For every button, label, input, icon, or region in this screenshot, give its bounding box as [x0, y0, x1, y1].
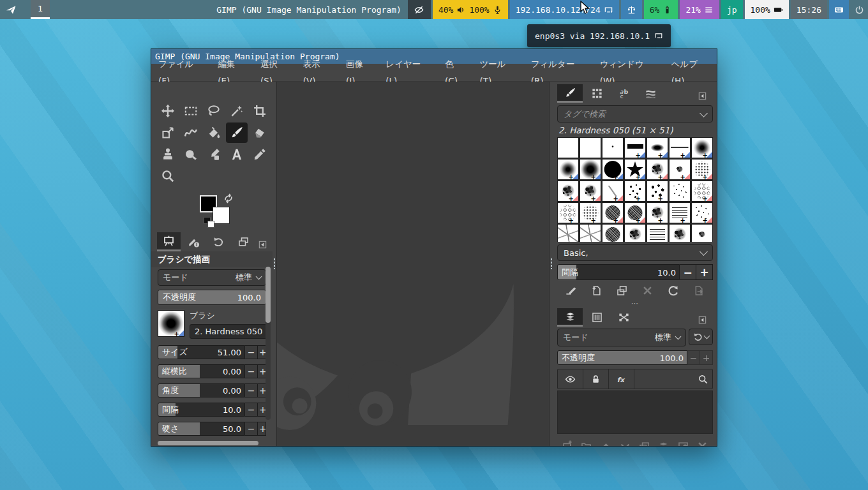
- decrement-button[interactable]: −: [245, 403, 258, 417]
- slider-track[interactable]: サイズ 51.00: [158, 345, 245, 359]
- horizontal-scrollbar[interactable]: [158, 441, 258, 445]
- tab-gradients[interactable]: [638, 84, 663, 103]
- warp-tool[interactable]: [180, 122, 202, 143]
- brush-item[interactable]: +: [624, 137, 646, 158]
- brush-item[interactable]: +: [647, 202, 668, 223]
- brush-item[interactable]: +: [669, 137, 691, 158]
- brush-item[interactable]: +: [691, 181, 713, 202]
- decrement-button[interactable]: −: [245, 345, 258, 359]
- bucket-fill-tool[interactable]: [203, 122, 225, 143]
- workspace-button[interactable]: 1: [31, 0, 50, 19]
- brush-item[interactable]: +: [602, 224, 624, 242]
- open-brush-as-image-button[interactable]: [692, 285, 705, 297]
- cpu-indicator[interactable]: 6%: [644, 0, 678, 19]
- transform-tool[interactable]: [157, 122, 179, 143]
- merge-down-button[interactable]: [657, 440, 670, 446]
- paint-mode-select[interactable]: モード 標準: [158, 269, 266, 286]
- tab-brushes[interactable]: [557, 84, 583, 103]
- brush-item[interactable]: +: [580, 224, 601, 242]
- volume-indicator[interactable]: 40% 100%: [433, 0, 508, 19]
- network-indicator[interactable]: 192.168.10.127/24: [510, 0, 619, 19]
- ink-tool[interactable]: [203, 144, 225, 165]
- edit-brush-button[interactable]: [565, 285, 578, 297]
- vertical-scrollbar[interactable]: [266, 267, 271, 420]
- panel-menu-button[interactable]: [695, 313, 709, 327]
- tab-images[interactable]: [232, 232, 255, 251]
- duplicate-brush-button[interactable]: [616, 285, 629, 297]
- brush-item[interactable]: +: [669, 224, 691, 242]
- brush-item[interactable]: +: [669, 159, 691, 180]
- lower-layer-button[interactable]: [619, 440, 632, 446]
- background-color-swatch[interactable]: [213, 207, 230, 224]
- zoom-tool[interactable]: [157, 166, 179, 186]
- brush-item[interactable]: +: [557, 137, 579, 158]
- free-select-tool[interactable]: [203, 101, 225, 121]
- opacity-slider[interactable]: 不透明度 100.0: [158, 290, 266, 305]
- text-tool[interactable]: [226, 144, 248, 165]
- crop-tool[interactable]: [249, 101, 271, 121]
- increment-button[interactable]: +: [258, 422, 266, 436]
- tab-paths[interactable]: [611, 308, 636, 327]
- tab-patterns[interactable]: [584, 84, 610, 103]
- delete-layer-button[interactable]: [696, 440, 709, 446]
- tab-channels[interactable]: [584, 308, 610, 327]
- slider-track[interactable]: 間隔 10.0: [158, 403, 245, 417]
- lock-toggle[interactable]: [583, 369, 609, 389]
- tab-fonts[interactable]: abc: [611, 84, 636, 103]
- brush-item[interactable]: +: [602, 202, 624, 223]
- effects-toggle[interactable]: fx: [609, 369, 634, 389]
- brush-item[interactable]: +: [647, 137, 668, 158]
- layer-search-button[interactable]: [693, 374, 712, 385]
- brush-item[interactable]: +: [557, 202, 579, 223]
- dock-divider[interactable]: ⋯: [557, 301, 713, 306]
- tag-search-input[interactable]: タグで検索: [557, 105, 713, 122]
- increment-button[interactable]: +: [696, 264, 713, 280]
- brush-thumbnail[interactable]: +: [158, 310, 184, 337]
- slider-track[interactable]: 縦横比 0.00: [158, 364, 245, 378]
- brush-item[interactable]: +: [691, 137, 713, 158]
- brush-item[interactable]: +: [580, 137, 601, 158]
- tab-device-status[interactable]: [182, 232, 206, 251]
- scrollbar-thumb[interactable]: [266, 267, 271, 323]
- brush-item[interactable]: +: [624, 202, 646, 223]
- battery-indicator[interactable]: 100%: [745, 0, 789, 19]
- rectangle-select-tool[interactable]: [180, 101, 202, 121]
- raise-layer-button[interactable]: [600, 440, 613, 446]
- increment-button[interactable]: +: [700, 350, 713, 365]
- new-layer-group-button[interactable]: [580, 440, 593, 446]
- canvas-area[interactable]: [276, 82, 550, 446]
- layer-opacity-slider[interactable]: 不透明度 100.0: [557, 350, 687, 365]
- default-colors-icon[interactable]: [204, 217, 214, 227]
- mode-group-button[interactable]: [689, 329, 713, 345]
- brush-item[interactable]: +: [602, 181, 624, 202]
- add-mask-button[interactable]: [677, 440, 690, 446]
- brush-item[interactable]: +: [691, 202, 713, 223]
- slider-track[interactable]: 硬さ 50.0: [158, 422, 245, 436]
- brush-item[interactable]: +: [647, 224, 668, 242]
- brush-item[interactable]: +: [669, 181, 691, 202]
- brush-item[interactable]: +: [624, 159, 646, 180]
- brush-item[interactable]: +: [691, 224, 713, 242]
- decrement-button[interactable]: −: [245, 422, 258, 436]
- new-layer-button[interactable]: [561, 440, 574, 446]
- brush-item[interactable]: +: [602, 159, 624, 180]
- duplicate-layer-button[interactable]: [638, 440, 651, 446]
- brush-item[interactable]: +: [624, 181, 646, 202]
- layer-mode-select[interactable]: モード 標準: [557, 329, 686, 346]
- brush-item[interactable]: +: [691, 159, 713, 180]
- virtual-keyboard-button[interactable]: [829, 0, 849, 19]
- brush-item[interactable]: +: [557, 224, 579, 242]
- decrement-button[interactable]: −: [245, 364, 258, 378]
- clock[interactable]: 15:26: [791, 0, 827, 19]
- eraser-tool[interactable]: [249, 122, 271, 143]
- keyboard-layout-indicator[interactable]: jp: [721, 0, 743, 19]
- panel-menu-button[interactable]: [257, 237, 269, 251]
- brush-group-select[interactable]: Basic,: [557, 244, 713, 261]
- refresh-brushes-button[interactable]: [667, 285, 680, 297]
- delete-brush-button[interactable]: [641, 285, 654, 297]
- brush-item[interactable]: +: [580, 181, 601, 202]
- panel-menu-button[interactable]: [695, 89, 709, 103]
- load-indicator[interactable]: [621, 0, 642, 19]
- tab-tool-options[interactable]: [157, 232, 181, 251]
- decrement-button[interactable]: −: [680, 264, 696, 280]
